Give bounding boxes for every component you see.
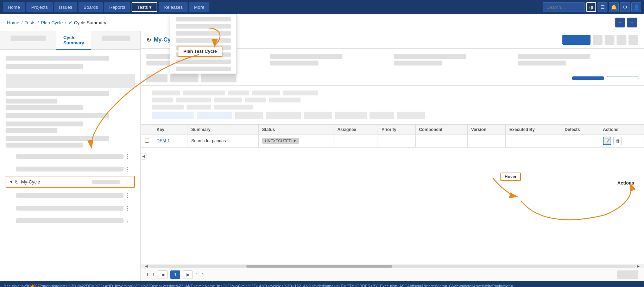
- tree-item-below3[interactable]: ⋮: [6, 215, 135, 227]
- tree-expand-arrow[interactable]: ▼: [9, 180, 13, 185]
- pg-prev-btn[interactable]: ◀: [158, 270, 168, 279]
- nav-projects-button[interactable]: Projects: [26, 2, 53, 12]
- cycle-more-btn[interactable]: ⋮: [123, 179, 131, 185]
- header-btn-2[interactable]: [593, 35, 602, 45]
- nav-issues-button[interactable]: Issues: [54, 2, 77, 12]
- row-summary-cell: Search for pandas: [188, 135, 258, 148]
- status-url-highlight: 14067: [29, 284, 40, 287]
- tree-item-above1[interactable]: ⋮: [6, 150, 135, 162]
- plan-action-icon[interactable]: 📝: [603, 137, 611, 145]
- test-table: Key Summary Status Assignee Priority Com…: [141, 125, 644, 148]
- nav-icon-4[interactable]: ⚙: [620, 2, 630, 12]
- pagination-showing: 1 - 1: [146, 272, 155, 277]
- nav-boards-button[interactable]: Boards: [78, 2, 103, 12]
- nav-icon-3[interactable]: 🔔: [609, 2, 619, 12]
- cycle-heading-icon: ↻: [146, 37, 151, 43]
- nav-avatar[interactable]: 👤: [631, 2, 641, 12]
- nav-home-button[interactable]: Home: [3, 2, 25, 12]
- lp-summary-bar: [6, 74, 135, 88]
- nav-icon-2[interactable]: ☰: [598, 2, 607, 12]
- lp-placeholder-5: [6, 113, 109, 118]
- cycle-heading-name: My-Cy: [154, 37, 171, 43]
- header-btn-3[interactable]: [605, 35, 614, 45]
- plan-test-cycle-tooltip: Plan Test Cycle: [178, 46, 222, 57]
- row-actions-cell: 📝 🗑: [599, 135, 644, 148]
- dd-item-3[interactable]: [176, 31, 231, 36]
- col-assignee: Assignee: [334, 125, 378, 135]
- tree-item-below2[interactable]: ⋮: [6, 202, 135, 214]
- check-circle-icon: ✔: [68, 20, 72, 25]
- nav-reports-button[interactable]: Reports: [104, 2, 130, 12]
- pagination-of: 1 - 1: [196, 272, 204, 277]
- row-priority-cell: -: [378, 135, 415, 148]
- lp-placeholder-6: [6, 121, 135, 133]
- issue-key-link[interactable]: DEM-1: [157, 138, 170, 143]
- left-panel-content: ⋮ ⋮ ▼ ↻ My-Cycle ⋮ ⋮: [0, 50, 140, 281]
- more-menu-btn-4[interactable]: ⋮: [124, 205, 132, 212]
- cycle-heading: ↻ My-Cy: [146, 37, 171, 43]
- col-defects: Defects: [561, 125, 599, 135]
- pg-next-btn[interactable]: ▶: [183, 270, 193, 279]
- breadcrumb-action-1[interactable]: ←: [615, 18, 625, 27]
- toolbar-btn-secondary[interactable]: [607, 76, 638, 80]
- pg-size-select[interactable]: [617, 270, 638, 279]
- toolbar-btn-primary[interactable]: [572, 76, 604, 80]
- panel-collapse-button[interactable]: ◀: [140, 153, 147, 160]
- header-btn-5[interactable]: [629, 35, 638, 45]
- header-btn-4[interactable]: [617, 35, 626, 45]
- breadcrumb-plan-cycle[interactable]: Plan Cycle: [41, 20, 63, 25]
- left-tab-cycle-summary[interactable]: Cycle Summary: [56, 31, 91, 50]
- pg-current-btn[interactable]: 1: [170, 270, 180, 279]
- dd-item-8[interactable]: [176, 67, 231, 71]
- header-btn-1[interactable]: [562, 35, 591, 45]
- scroll-track[interactable]: [149, 265, 636, 268]
- row-checkbox[interactable]: [145, 138, 149, 143]
- left-tab-placeholder2[interactable]: [91, 31, 140, 50]
- delete-action-icon[interactable]: 🗑: [613, 137, 622, 145]
- toolbar-placeholder-2[interactable]: [170, 74, 198, 82]
- dd-item-1[interactable]: [176, 17, 231, 21]
- action-icons-group: 📝 🗑: [603, 137, 640, 145]
- row-version-cell: -: [467, 135, 506, 148]
- row-status-cell: UNEXECUTED ▼: [258, 135, 334, 148]
- status-dropdown-arrow[interactable]: ▼: [293, 139, 296, 143]
- cycle-item-icon: ↻: [15, 179, 19, 185]
- nav-search-input[interactable]: [543, 2, 585, 12]
- my-cycle-item[interactable]: ▼ ↻ My-Cycle ⋮: [6, 176, 135, 188]
- tree-item-below1[interactable]: ⋮: [6, 189, 135, 201]
- toolbar-placeholder-1[interactable]: [146, 74, 168, 82]
- status-badge: UNEXECUTED ▼: [262, 138, 299, 144]
- more-menu-btn-3[interactable]: ⋮: [124, 192, 132, 199]
- breadcrumb-home[interactable]: Home: [7, 20, 19, 25]
- nav-tests-button[interactable]: Tests ▾: [132, 2, 157, 12]
- breadcrumb-action-2[interactable]: →: [627, 18, 637, 27]
- row-checkbox-cell: [141, 135, 153, 148]
- breadcrumb-tests[interactable]: Tests: [25, 20, 35, 25]
- row-key-cell: DEM-1: [153, 135, 188, 148]
- more-menu-btn-2[interactable]: ⋮: [124, 166, 132, 173]
- status-url-prefix: /secure/enav/#: [4, 284, 29, 287]
- toolbar-placeholder-3[interactable]: [201, 74, 236, 82]
- tree-item-above2[interactable]: ⋮: [6, 163, 135, 175]
- left-panel: Cycle Summary: [0, 31, 141, 281]
- breadcrumb-sep3: /: [65, 20, 66, 25]
- more-menu-btn-1[interactable]: ⋮: [124, 153, 132, 160]
- dd-item-7[interactable]: [176, 60, 231, 64]
- dd-item-4[interactable]: [176, 38, 231, 43]
- dd-item-2[interactable]: [176, 24, 231, 29]
- row-assignee-cell: -: [334, 135, 378, 148]
- hover-label: Hover: [500, 173, 521, 181]
- lp-placeholder-3: [6, 91, 109, 96]
- nav-releases-button[interactable]: Releases: [159, 2, 188, 12]
- lp-placeholder-1: [6, 56, 109, 61]
- top-navigation: Home Projects Issues Boards Reports Test…: [0, 0, 644, 14]
- nav-icon-1[interactable]: ◑: [586, 2, 596, 12]
- col-status: Status: [258, 125, 334, 135]
- more-menu-btn-5[interactable]: ⋮: [124, 218, 132, 224]
- col-summary: Summary: [188, 125, 258, 135]
- cycle-item-name: My-Cycle: [21, 179, 55, 185]
- nav-more-button[interactable]: More: [189, 2, 209, 12]
- lp-placeholder-4: [6, 99, 135, 110]
- tests-dropdown-arrow: ▾: [149, 5, 152, 10]
- left-tab-placeholder1[interactable]: [0, 31, 56, 50]
